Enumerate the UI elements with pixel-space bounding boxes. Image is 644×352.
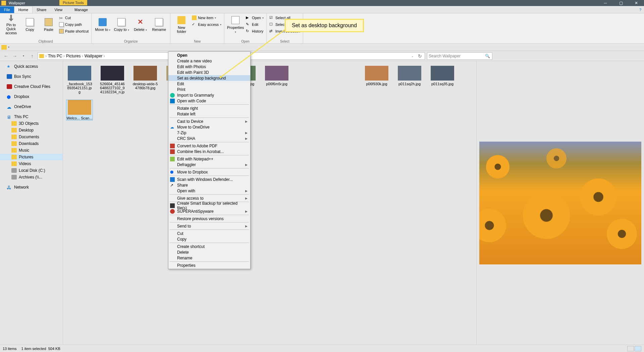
help-button[interactable]: ? — [637, 6, 644, 13]
file-thumbnail[interactable]: desktop-wide-54786b78.jpg — [132, 66, 158, 95]
ctx-share[interactable]: ↗Share — [168, 182, 250, 188]
sidebar-quick-access[interactable]: ★Quick access — [0, 63, 63, 70]
file-thumbnail[interactable]: p06f930k.jpg — [364, 66, 390, 95]
breadcrumb-thispc[interactable]: This PC — [48, 54, 65, 58]
ctx-7zip[interactable]: 7-Zip▶ — [168, 130, 250, 136]
refresh-button[interactable]: ↻ — [417, 53, 423, 59]
ctx-send-to[interactable]: Send to▶ — [168, 223, 250, 229]
ctx-edit-paint3d[interactable]: Edit with Paint 3D — [168, 69, 250, 75]
paste-shortcut-button[interactable]: Paste shortcut — [59, 28, 89, 34]
open-button[interactable]: ▶Open ▾ — [246, 15, 264, 21]
breadcrumb-pictures[interactable]: Pictures — [66, 54, 83, 58]
cut-button[interactable]: ✂Cut — [59, 15, 89, 21]
ctx-crc-sha[interactable]: CRC SHA▶ — [168, 136, 250, 141]
ctx-give-access[interactable]: Give access to▶ — [168, 195, 250, 201]
ctx-edit[interactable]: Edit — [168, 81, 250, 87]
sidebar-cc-files[interactable]: Creative Cloud Files — [0, 83, 63, 90]
forward-button[interactable]: → — [11, 53, 18, 59]
ctx-superantispyware[interactable]: SUPERAntiSpyware▶ — [168, 208, 250, 214]
tab-view[interactable]: View — [50, 6, 66, 13]
sidebar-pictures[interactable]: Pictures — [0, 154, 63, 160]
ctx-scan-defender[interactable]: Scan with Windows Defender... — [168, 177, 250, 182]
history-button[interactable]: ↻History — [246, 28, 264, 34]
copy-button[interactable]: Copy — [21, 15, 38, 35]
sidebar-onedrive[interactable]: ☁OneDrive — [0, 103, 63, 110]
sidebar-3d-objects[interactable]: 3D Objects — [0, 120, 63, 127]
tab-share[interactable]: Share — [33, 6, 50, 13]
ctx-open-with[interactable]: Open with▶ — [168, 188, 250, 194]
file-thumbnail[interactable]: p011sq35.jpg — [429, 66, 455, 95]
tab-home[interactable]: Home — [14, 6, 33, 13]
ctx-create-shortcut[interactable]: Create shortcut — [168, 244, 250, 249]
copy-to-button[interactable]: Copy to ▾ — [113, 15, 130, 35]
properties-button[interactable]: Properties ▾ — [227, 15, 244, 35]
qat-dropdown[interactable]: ▾ — [8, 46, 9, 49]
ctx-smart-backup[interactable]: Create Smart Backup for selected file(s) — [168, 203, 250, 208]
ctx-print[interactable]: Print — [168, 87, 250, 92]
view-details-button[interactable] — [627, 346, 634, 351]
ctx-delete[interactable]: Delete — [168, 249, 250, 255]
ctx-create-video[interactable]: Create a new video — [168, 58, 250, 64]
ctx-open-code[interactable]: Open with Code — [168, 98, 250, 104]
pin-quick-access-button[interactable]: Pin to Quick access — [3, 15, 19, 35]
ctx-rotate-right[interactable]: Rotate right — [168, 105, 250, 111]
rename-button[interactable]: Rename — [151, 15, 167, 35]
sidebar-downloads[interactable]: Downloads — [0, 140, 63, 147]
new-folder-button[interactable]: New folder — [173, 15, 190, 35]
maximize-button[interactable]: ▢ — [613, 0, 629, 6]
sidebar-this-pc[interactable]: 🖥This PC — [0, 113, 63, 120]
ctx-cast[interactable]: Cast to Device▶ — [168, 118, 250, 124]
sidebar-dropbox[interactable]: ⬢Dropbox — [0, 93, 63, 100]
ctx-rotate-left[interactable]: Rotate left — [168, 111, 250, 117]
sidebar-archives[interactable]: Archives (\\... — [0, 174, 63, 181]
ctx-open[interactable]: Open — [168, 52, 250, 58]
edit-button[interactable]: ✎Edit — [246, 21, 264, 28]
copy-path-button[interactable]: Copy path — [59, 21, 89, 28]
file-thumbnail[interactable]: p011sq2h.jpg — [396, 66, 423, 95]
ctx-copy[interactable]: Copy — [168, 236, 250, 242]
ctx-cut[interactable]: Cut — [168, 231, 250, 236]
sidebar-desktop[interactable]: Desktop — [0, 127, 63, 134]
ctx-rename[interactable]: Rename — [168, 255, 250, 261]
search-input[interactable]: Search Wallpaper 🔍 — [427, 52, 492, 60]
close-button[interactable]: ✕ — [629, 0, 644, 6]
sidebar-music[interactable]: Music — [0, 147, 63, 154]
ctx-edit-photos[interactable]: Edit with Photos — [168, 64, 250, 69]
sidebar-network[interactable]: 🖧Network — [0, 184, 63, 191]
sidebar-local-disk[interactable]: Local Disk (C:) — [0, 167, 63, 174]
tab-file[interactable]: File — [0, 6, 14, 13]
up-button[interactable]: ↑ — [29, 53, 36, 59]
move-to-button[interactable]: Move to ▾ — [94, 15, 111, 35]
back-button[interactable]: ← — [3, 53, 9, 59]
addr-dropdown[interactable]: ⌄ — [409, 53, 416, 59]
easy-access-button[interactable]: ✓Easy access ▾ — [192, 21, 221, 28]
ctx-edit-notepad[interactable]: Edit with Notepad++ — [168, 156, 250, 162]
minimize-button[interactable]: ─ — [598, 0, 613, 6]
ctx-defraggler[interactable]: Defraggler▶ — [168, 162, 250, 167]
ctx-import-grammarly[interactable]: Import to Grammarly — [168, 92, 250, 98]
file-thumbnail[interactable]: _facebook_1538935421151.jpg — [66, 66, 93, 95]
ctx-properties[interactable]: Properties — [168, 262, 250, 268]
sidebar-documents[interactable]: Documents — [0, 134, 63, 140]
ctx-set-background[interactable]: Set as desktop background — [168, 75, 250, 81]
ctx-move-dropbox[interactable]: ⬢Move to Dropbox — [168, 169, 250, 175]
new-item-button[interactable]: New item ▾ — [192, 15, 221, 21]
ctx-restore-previous[interactable]: Restore previous versions — [168, 216, 250, 221]
sidebar-videos[interactable]: Videos — [0, 160, 63, 167]
recent-dropdown[interactable]: ▾ — [20, 53, 27, 59]
file-thumbnail[interactable]: Welco... Scan... — [66, 100, 93, 120]
ctx-move-onedrive[interactable]: ☁Move to OneDrive — [168, 124, 250, 130]
ctx-convert-pdf[interactable]: Convert to Adobe PDF — [168, 143, 250, 149]
sidebar-box-sync[interactable]: Box Sync — [0, 73, 63, 80]
file-pane[interactable]: _facebook_1538935421151.jpg526604_451466… — [63, 61, 476, 345]
view-thumbnails-button[interactable] — [635, 346, 641, 351]
qat-folder-icon[interactable] — [1, 45, 7, 50]
file-thumbnail[interactable]: p06f6m5r.jpg — [264, 66, 290, 95]
ctx-combine-acrobat[interactable]: Combine files in Acrobat... — [168, 149, 250, 154]
file-thumbnail[interactable]: 526604_451466488227102_941182234_n.jpg — [99, 66, 125, 95]
breadcrumb-wallpaper[interactable]: Wallpaper — [85, 54, 105, 58]
tab-manage[interactable]: Manage — [70, 6, 92, 13]
paste-button[interactable]: Paste — [40, 15, 57, 35]
delete-button[interactable]: ✕Delete ▾ — [132, 15, 149, 35]
grammarly-icon — [170, 93, 175, 98]
